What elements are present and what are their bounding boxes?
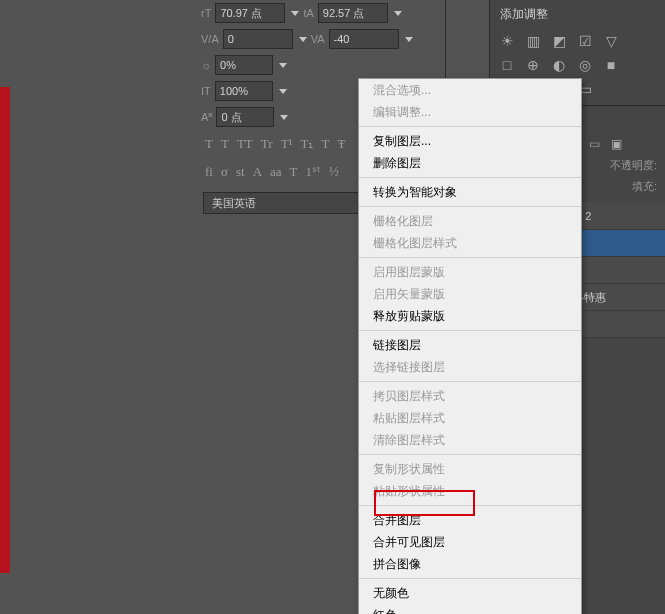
- vscale-field[interactable]: 100%: [215, 81, 273, 101]
- menu-item[interactable]: 无颜色: [359, 582, 581, 604]
- menu-item[interactable]: 释放剪贴蒙版: [359, 305, 581, 327]
- hue-icon[interactable]: □: [498, 57, 516, 73]
- menu-item: 栅格化图层样式: [359, 232, 581, 254]
- baseline-field[interactable]: 0 点: [216, 107, 274, 127]
- fill-label: 填充:: [632, 179, 657, 194]
- menu-item: 启用图层蒙版: [359, 261, 581, 283]
- titling-icon[interactable]: T: [290, 164, 298, 180]
- swash-icon[interactable]: A: [253, 164, 262, 180]
- layer-context-menu: 混合选项...编辑调整...复制图层...删除图层转换为智能对象栅格化图层栅格化…: [358, 78, 582, 614]
- menu-item: 栅格化图层: [359, 210, 581, 232]
- mixer-icon[interactable]: ■: [602, 57, 620, 73]
- menu-item: 编辑调整...: [359, 101, 581, 123]
- alt-icon[interactable]: σ: [221, 164, 228, 180]
- menu-item: 启用矢量蒙版: [359, 283, 581, 305]
- smallcaps-icon[interactable]: Tr: [261, 136, 273, 152]
- underline-icon[interactable]: T: [321, 136, 329, 152]
- faux-bold-icon[interactable]: T: [205, 136, 213, 152]
- baseline-icon: Aª: [201, 111, 212, 123]
- menu-separator: [359, 126, 581, 127]
- adjustment-icons-row-2: □ ⊕ ◐ ◎ ■: [490, 53, 665, 77]
- menu-item: 粘贴图层样式: [359, 407, 581, 429]
- bw-icon[interactable]: ◐: [550, 57, 568, 73]
- menu-item[interactable]: 链接图层: [359, 334, 581, 356]
- menu-item[interactable]: 红色: [359, 604, 581, 614]
- chev-icon[interactable]: [279, 63, 287, 68]
- menu-item: 拷贝图层样式: [359, 385, 581, 407]
- balance-icon[interactable]: ⊕: [524, 57, 542, 73]
- menu-separator: [359, 505, 581, 506]
- chev-icon[interactable]: [405, 37, 413, 42]
- opacity-field[interactable]: 0%: [215, 55, 273, 75]
- language-value: 美国英语: [212, 196, 256, 211]
- faux-italic-icon[interactable]: T: [221, 136, 229, 152]
- leading-field[interactable]: 92.57 点: [318, 3, 388, 23]
- stylistic-icon[interactable]: aa: [270, 164, 282, 180]
- exposure-icon[interactable]: ☑: [576, 33, 594, 49]
- menu-item[interactable]: 复制图层...: [359, 130, 581, 152]
- ordinals-icon[interactable]: 1ˢᵗ: [306, 164, 322, 180]
- menu-separator: [359, 381, 581, 382]
- strikethrough-icon[interactable]: Ŧ: [337, 136, 345, 152]
- adjustment-icons-row-1: ☀ ▥ ◩ ☑ ▽: [490, 29, 665, 53]
- fractions-icon[interactable]: ½: [329, 164, 339, 180]
- opacity-icon: ☼: [201, 59, 211, 71]
- menu-item[interactable]: 合并可见图层: [359, 531, 581, 553]
- font-size-icon: rT: [201, 7, 211, 19]
- menu-separator: [359, 578, 581, 579]
- vscale-icon: IT: [201, 85, 211, 97]
- canvas-edge: [0, 87, 10, 573]
- superscript-icon[interactable]: T¹: [281, 136, 293, 152]
- chev-icon[interactable]: [394, 11, 402, 16]
- ligature-icon[interactable]: fi: [205, 164, 213, 180]
- menu-item[interactable]: 合并图层: [359, 509, 581, 531]
- menu-item: 混合选项...: [359, 79, 581, 101]
- opacity-label: 不透明度:: [610, 158, 657, 173]
- menu-item: 复制形状属性: [359, 458, 581, 480]
- menu-separator: [359, 330, 581, 331]
- vibrance-icon[interactable]: ▽: [602, 33, 620, 49]
- menu-item: 粘贴形状属性: [359, 480, 581, 502]
- levels-icon[interactable]: ▥: [524, 33, 542, 49]
- shape-icon[interactable]: ▭: [586, 137, 602, 151]
- adjustments-title: 添加调整: [490, 0, 665, 29]
- menu-separator: [359, 454, 581, 455]
- menu-item: 清除图层样式: [359, 429, 581, 451]
- brightness-icon[interactable]: ☀: [498, 33, 516, 49]
- menu-item[interactable]: 转换为智能对象: [359, 181, 581, 203]
- menu-item[interactable]: 拼合图像: [359, 553, 581, 575]
- smart-icon[interactable]: ▣: [608, 137, 624, 151]
- tracking-field[interactable]: -40: [329, 29, 399, 49]
- font-size-field[interactable]: 70.97 点: [215, 3, 285, 23]
- menu-item[interactable]: 删除图层: [359, 152, 581, 174]
- chev-icon[interactable]: [279, 89, 287, 94]
- photo-filter-icon[interactable]: ◎: [576, 57, 594, 73]
- kerning-field[interactable]: 0: [223, 29, 293, 49]
- kerning-icon: V/A: [201, 33, 219, 45]
- discretionary-icon[interactable]: st: [236, 164, 245, 180]
- leading-icon: tA: [303, 7, 313, 19]
- menu-separator: [359, 206, 581, 207]
- curves-icon[interactable]: ◩: [550, 33, 568, 49]
- subscript-icon[interactable]: T₁: [300, 136, 313, 152]
- chev-icon[interactable]: [299, 37, 307, 42]
- chev-icon[interactable]: [291, 11, 299, 16]
- menu-separator: [359, 177, 581, 178]
- tracking-icon: VA: [311, 33, 325, 45]
- chev-icon[interactable]: [280, 115, 288, 120]
- menu-separator: [359, 257, 581, 258]
- menu-item: 选择链接图层: [359, 356, 581, 378]
- allcaps-icon[interactable]: TT: [237, 136, 253, 152]
